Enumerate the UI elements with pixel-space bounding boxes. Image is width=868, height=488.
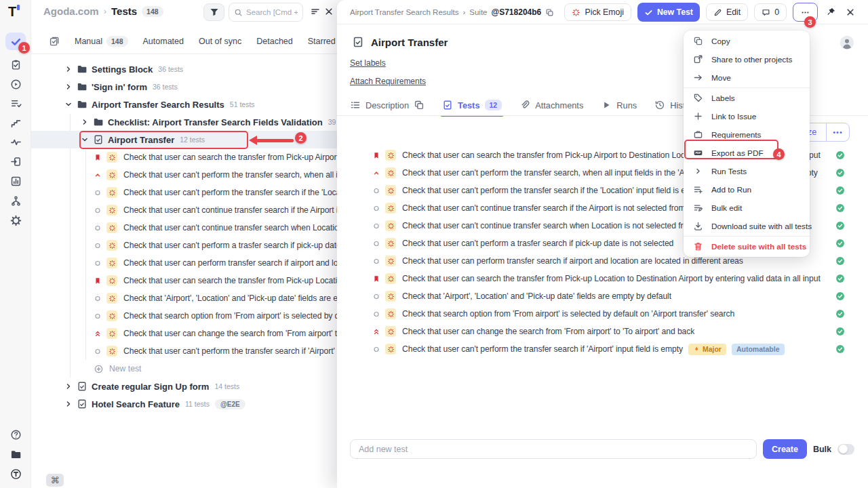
filter-tab-out-of-sync[interactable]: Out of sync xyxy=(199,37,241,46)
tree-test-row[interactable]: Check that user can't continue transfer … xyxy=(31,201,337,219)
chevron-down-icon[interactable] xyxy=(80,135,90,144)
summarize-more[interactable]: ••• xyxy=(827,123,849,141)
severity-normal-icon xyxy=(94,259,102,268)
chevron-right-icon[interactable] xyxy=(64,399,73,409)
about-icon xyxy=(10,468,22,480)
avatar[interactable] xyxy=(840,35,854,50)
chevron-right-icon[interactable] xyxy=(64,382,73,391)
search-input[interactable] xyxy=(246,8,298,16)
rail-projects-button[interactable] xyxy=(5,445,26,463)
annotation-arrow xyxy=(256,139,294,142)
app-logo[interactable]: T xyxy=(8,4,20,20)
tree-folder-settings-block[interactable]: Settings Block 36 tests xyxy=(31,60,337,78)
rail-checklists-button[interactable] xyxy=(5,94,26,112)
tree-test-row[interactable]: Check that 'Airport', 'Location' and 'Pi… xyxy=(31,289,337,307)
menu-item-bulk-edit[interactable]: Bulk edit xyxy=(684,199,810,217)
suite-test-row[interactable]: Check that user can change the search fr… xyxy=(337,323,868,340)
rail-help-button[interactable] xyxy=(5,426,26,443)
filter-tab-automated[interactable]: Automated xyxy=(143,37,184,46)
rail-pulse-button[interactable] xyxy=(5,133,26,150)
menu-item-export-as-pdf[interactable]: PDFExport as PDF xyxy=(684,144,810,162)
rail-analytics-button[interactable] xyxy=(5,172,26,190)
menu-item-download-suite-with-all-tests[interactable]: Download suite with all tests xyxy=(684,217,810,235)
filter-tab-detached[interactable]: Detached xyxy=(256,37,293,46)
menu-item-move[interactable]: Move xyxy=(684,68,810,87)
chevron-right-icon[interactable] xyxy=(64,64,73,74)
tab-tests[interactable]: Tests 12 xyxy=(442,100,502,116)
copy-suite-id-icon[interactable] xyxy=(545,8,554,17)
filter-button[interactable] xyxy=(203,3,224,21)
menu-item-delete-suite-with-all-tests[interactable]: Delete suite with all tests xyxy=(684,237,810,256)
tree-test-row[interactable]: Check that user can search the transfer … xyxy=(31,148,337,166)
tree-test-row[interactable]: Check that user can't continue transfer … xyxy=(31,219,337,237)
status-passed-icon xyxy=(835,221,845,230)
menu-item-run-tests[interactable]: Run Tests xyxy=(684,162,810,180)
suite-test-row[interactable]: Check that 'Airport', 'Location' and 'Pi… xyxy=(337,287,868,305)
menu-item-share-to-other-projects[interactable]: Share to other projects xyxy=(684,50,810,68)
funnel-icon xyxy=(209,7,220,18)
comments-button[interactable]: 0 xyxy=(754,3,787,21)
new-test-button[interactable]: New Test xyxy=(637,3,700,22)
filter-tab-manual[interactable]: Manual148 xyxy=(75,36,128,47)
chevron-right-icon[interactable] xyxy=(80,117,90,127)
copy-description-icon[interactable] xyxy=(414,100,425,110)
tree-test-row[interactable]: Check that search option from 'From airp… xyxy=(31,307,337,325)
tree-test-row[interactable]: Check that user can't perform the transf… xyxy=(31,184,337,201)
test-title: Check that user can't continue transfer … xyxy=(123,205,337,215)
add-new-test-input[interactable] xyxy=(350,439,757,459)
tab-description[interactable]: Description xyxy=(350,100,425,116)
pin-button[interactable] xyxy=(824,5,837,19)
edit-button[interactable]: Edit xyxy=(706,3,748,21)
tab-attachments[interactable]: Attachments xyxy=(519,100,583,116)
breadcrumb-section[interactable]: Tests xyxy=(111,5,137,17)
tree-test-row[interactable]: Check that user can't perform a trasfer … xyxy=(31,237,337,254)
set-labels-link[interactable]: Set labels xyxy=(350,58,386,68)
severity-normal-icon xyxy=(94,241,102,250)
tab-runs[interactable]: Runs xyxy=(601,100,637,116)
attach-requirements-link[interactable]: Attach Requirements xyxy=(350,77,426,86)
tree-suite-hotel-search-feature[interactable]: Hotel Search Feature 11 tests @E2E xyxy=(31,395,337,413)
menu-item-add-to-run[interactable]: Add to Run xyxy=(684,180,810,199)
chevron-right-icon[interactable] xyxy=(64,82,73,92)
suite-doc-icon xyxy=(77,381,87,392)
tree-test-row[interactable]: Check that user can perform transfer sea… xyxy=(31,254,337,272)
new-test-row[interactable]: New test xyxy=(31,360,337,378)
filter-tab-starred[interactable]: Starred xyxy=(308,37,336,46)
node-test-count: 11 tests xyxy=(185,400,210,408)
sort-button[interactable] xyxy=(310,6,322,18)
menu-item-requirements[interactable]: Requirements xyxy=(684,125,810,144)
rail-milestones-button[interactable] xyxy=(5,114,26,131)
create-test-button[interactable]: Create xyxy=(763,439,807,459)
status-passed-icon xyxy=(835,309,845,319)
pick-emoji-button[interactable]: Pick Emoji xyxy=(564,3,631,21)
close-tree-panel-button[interactable] xyxy=(323,6,336,18)
suite-breadcrumb-parent[interactable]: Airport Transfer Search Results xyxy=(350,8,458,16)
suite-test-row[interactable]: Check that user can search the transfer … xyxy=(337,270,868,287)
close-detail-button[interactable] xyxy=(844,5,857,19)
chevron-down-icon[interactable] xyxy=(64,100,73,109)
suite-test-row[interactable]: Check that user can't perform the transf… xyxy=(337,340,868,358)
select-all-icon[interactable] xyxy=(49,36,60,47)
tree-folder-sign-in-form[interactable]: 'Sign in' form 36 tests xyxy=(31,78,337,96)
rail-integrations-button[interactable] xyxy=(5,192,26,209)
tree-test-row[interactable]: Check that user can't perform the transf… xyxy=(31,342,337,360)
tree-test-row[interactable]: Check that user can search the transfer … xyxy=(31,272,337,289)
rail-runs-button[interactable] xyxy=(5,56,26,73)
test-emoji-icon xyxy=(385,308,396,319)
tree-test-row[interactable]: Check that user can't perform the transf… xyxy=(31,166,337,184)
tree-folder-airport-transfer-search-results[interactable]: Airport Transfer Search Results 51 tests xyxy=(31,96,337,113)
tree-suite-create-regular-sign-up-form[interactable]: Create regular Sign Up form 14 tests xyxy=(31,378,337,395)
tree-folder-checklist-airport-transfer-search-fields-validation[interactable]: Checklist: Airport Transfer Search Field… xyxy=(31,113,337,131)
menu-item-copy[interactable]: Copy xyxy=(684,32,810,50)
severity-normal-icon xyxy=(372,186,380,195)
menu-item-labels[interactable]: Labels xyxy=(684,89,810,107)
rail-settings-button[interactable] xyxy=(5,211,26,229)
breadcrumb-project[interactable]: Agoda.com xyxy=(43,5,99,17)
bulk-toggle[interactable] xyxy=(837,444,854,455)
rail-import-button[interactable] xyxy=(5,152,26,170)
rail-about-button[interactable] xyxy=(5,465,26,483)
rail-plans-button[interactable] xyxy=(5,75,26,93)
tree-test-row[interactable]: Check that user can change the search fr… xyxy=(31,325,337,342)
menu-item-link-to-issue[interactable]: Link to Issue xyxy=(684,107,810,125)
suite-test-row[interactable]: Check that search option from 'From airp… xyxy=(337,305,868,323)
